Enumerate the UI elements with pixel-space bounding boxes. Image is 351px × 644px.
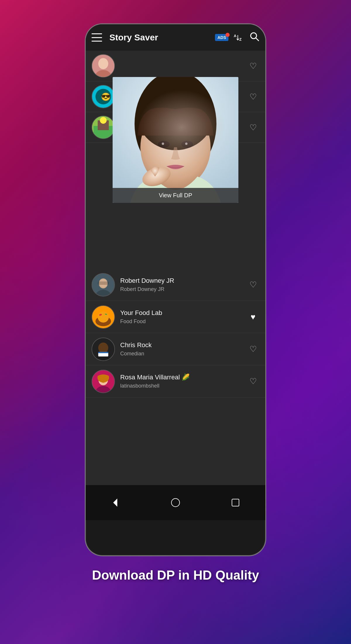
svg-point-32 (98, 311, 109, 323)
nav-bar (86, 485, 265, 520)
sort-az-button[interactable]: A Z (234, 33, 244, 42)
heart-outline-icon: ♡ (250, 280, 257, 290)
table-row[interactable]: Robert Downey JR Robert Downey JR ♡ (86, 269, 265, 301)
user-name: Your Food Lab (120, 309, 247, 317)
table-row[interactable]: Chris Rock Comedian ♡ (86, 333, 265, 365)
user-list: ♡ 😎 (86, 51, 265, 485)
like-button[interactable]: ♡ (247, 375, 259, 388)
svg-point-23 (185, 143, 187, 145)
user-info: Rosa Maria Villarreal 🌽 latinasbombshell (120, 374, 247, 389)
svg-point-44 (171, 499, 180, 507)
user-info: Chris Rock Comedian (120, 341, 247, 357)
menu-icon[interactable] (92, 33, 102, 42)
svg-rect-29 (98, 281, 109, 285)
user-handle: latinasbombshell (120, 383, 247, 389)
like-button[interactable]: ♡ (247, 278, 259, 291)
user-info: Robert Downey JR Robert Downey JR (120, 277, 247, 292)
table-row[interactable]: Your Food Lab Food Food ♥ (86, 301, 265, 333)
svg-rect-45 (232, 499, 239, 506)
avatar (92, 273, 115, 297)
svg-line-4 (256, 38, 259, 41)
svg-point-22 (162, 143, 164, 145)
svg-point-21 (181, 141, 193, 148)
user-handle: Comedian (120, 351, 247, 357)
phone-screen: Story Saver ADS A Z (86, 24, 265, 520)
svg-text:Z: Z (239, 37, 242, 42)
phone-wrapper: Story Saver ADS A Z (85, 23, 266, 556)
ads-button[interactable]: ADS (215, 34, 228, 41)
search-button[interactable] (250, 32, 259, 44)
popup-overlay: View Full DP (86, 51, 265, 215)
heart-outline-icon: ♡ (250, 344, 257, 354)
view-full-dp-label: View Full DP (113, 188, 238, 203)
avatar (92, 370, 115, 393)
svg-point-36 (98, 342, 108, 353)
user-name: Rosa Maria Villarreal 🌽 (120, 374, 247, 381)
user-info: Your Food Lab Food Food (120, 309, 247, 325)
home-button[interactable] (168, 495, 183, 510)
svg-marker-43 (113, 499, 117, 507)
svg-point-19 (137, 80, 214, 150)
table-row[interactable]: Rosa Maria Villarreal 🌽 latinasbombshell… (86, 365, 265, 398)
phone-frame: Story Saver ADS A Z (85, 23, 266, 556)
like-button[interactable]: ♡ (247, 343, 259, 356)
popup-face-image (113, 77, 238, 203)
svg-point-20 (158, 141, 170, 148)
user-name: Chris Rock (120, 341, 247, 349)
recent-apps-button[interactable] (228, 495, 243, 510)
svg-rect-39 (98, 352, 108, 353)
avatar (92, 305, 115, 329)
avatar (92, 338, 115, 361)
bottom-caption: Download DP in HD Quality (92, 568, 259, 583)
top-icons: ADS A Z (215, 32, 259, 44)
popup-image[interactable]: View Full DP (113, 77, 238, 203)
svg-text:A: A (234, 34, 237, 38)
heart-filled-icon: ♥ (251, 312, 256, 322)
user-handle: Robert Downey JR (120, 286, 247, 292)
user-handle: Food Food (120, 318, 247, 325)
heart-outline-icon: ♡ (250, 376, 257, 386)
back-button[interactable] (108, 495, 123, 510)
app-title: Story Saver (109, 32, 211, 42)
top-bar: Story Saver ADS A Z (86, 24, 265, 51)
like-button[interactable]: ♥ (247, 311, 259, 323)
user-name: Robert Downey JR (120, 277, 247, 285)
